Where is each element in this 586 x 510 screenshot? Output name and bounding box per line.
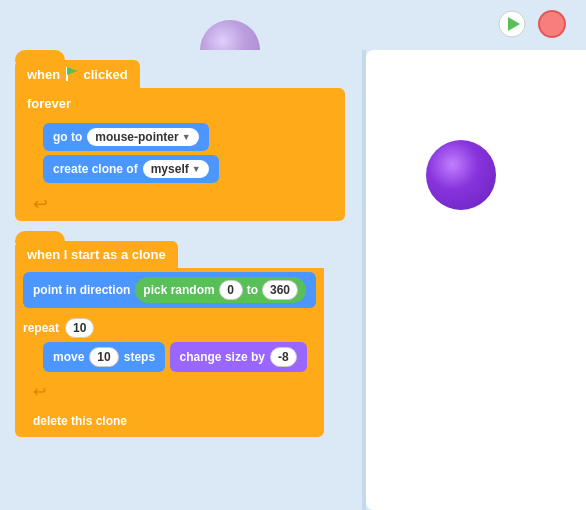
goto-label: go to <box>53 130 82 144</box>
clone-dropdown[interactable]: myself ▼ <box>143 160 209 178</box>
clone-hat-block[interactable]: when I start as a clone <box>15 241 178 268</box>
pick-random-from[interactable]: 0 <box>219 280 243 300</box>
delete-clone-label: delete this clone <box>33 414 127 428</box>
delete-clone-block[interactable]: delete this clone <box>23 409 137 433</box>
block-stack-1: when clicked forever go to <box>15 60 345 221</box>
curved-arrow-1: ↩ <box>23 191 337 217</box>
to-label: to <box>247 283 258 297</box>
change-size-value[interactable]: -8 <box>270 347 297 367</box>
change-size-block[interactable]: change size by -8 <box>170 342 307 372</box>
move-label: move <box>53 350 84 364</box>
svg-marker-3 <box>67 67 78 75</box>
forever-block[interactable]: forever <box>15 88 345 119</box>
pick-random-label: pick random <box>143 283 214 297</box>
goto-dropdown[interactable]: mouse-pointer ▼ <box>87 128 198 146</box>
forever-label: forever <box>23 94 337 113</box>
clone-hat-label: when I start as a clone <box>27 247 166 262</box>
green-flag-button[interactable] <box>496 8 528 40</box>
goto-dropdown-arrow: ▼ <box>182 132 191 142</box>
block-stack-2: when I start as a clone point in directi… <box>15 241 345 437</box>
toolbar <box>496 8 566 40</box>
stage-sprite <box>426 140 496 210</box>
steps-label: steps <box>124 350 155 364</box>
clone-dropdown-arrow: ▼ <box>192 164 201 174</box>
goto-dropdown-value: mouse-pointer <box>95 130 178 144</box>
script-area: when clicked forever go to <box>0 50 360 510</box>
curved-arrow-2: ↩ <box>23 380 316 403</box>
when-label: when <box>27 67 60 82</box>
create-clone-label: create clone of <box>53 162 138 176</box>
change-size-label: change size by <box>180 350 265 364</box>
pick-random-to[interactable]: 360 <box>262 280 298 300</box>
move-value[interactable]: 10 <box>89 347 118 367</box>
stop-button[interactable] <box>538 10 566 38</box>
create-clone-block[interactable]: create clone of myself ▼ <box>43 155 219 183</box>
repeat-label: repeat <box>23 321 59 335</box>
flag-icon <box>64 66 80 82</box>
when-clicked-hat[interactable]: when clicked <box>15 60 140 88</box>
repeat-value[interactable]: 10 <box>65 318 94 338</box>
move-block[interactable]: move 10 steps <box>43 342 165 372</box>
point-label: point in direction <box>33 283 130 297</box>
clone-dropdown-value: myself <box>151 162 189 176</box>
stage <box>366 50 586 510</box>
point-direction-block[interactable]: point in direction pick random 0 to 360 <box>23 272 316 308</box>
clicked-label: clicked <box>83 67 127 82</box>
goto-block[interactable]: go to mouse-pointer ▼ <box>43 123 209 151</box>
